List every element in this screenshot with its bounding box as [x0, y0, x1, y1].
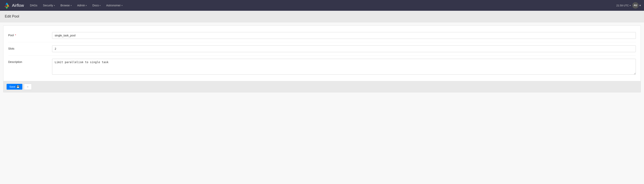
nav-item-admin[interactable]: Admin ▾ [74, 0, 90, 11]
slots-field-group: Slots 2 [8, 42, 636, 56]
save-button[interactable]: Save 💾 [6, 84, 22, 90]
nav-item-browse[interactable]: Browse ▾ [58, 0, 74, 11]
nav-link-astronomer[interactable]: Astronomer ▾ [103, 0, 125, 11]
svg-marker-0 [7, 2, 8, 5]
nav-item-security[interactable]: Security ▾ [40, 0, 58, 11]
svg-marker-6 [7, 7, 8, 9]
form-actions: Save 💾 ← [4, 81, 640, 92]
navbar-right: 21:59 UTC ▾ AU ▾ [616, 2, 641, 8]
user-avatar[interactable]: AU [632, 2, 638, 8]
description-field-group: Description Limit parallelism to single … [8, 56, 636, 78]
astronomer-caret-icon: ▾ [122, 4, 122, 6]
nav-link-security[interactable]: Security ▾ [40, 0, 58, 11]
page-wrapper: Edit Pool Pool * single_task_pool Slots … [0, 11, 644, 184]
nav-item-docs[interactable]: Docs ▾ [90, 0, 103, 11]
content-card: Pool * single_task_pool Slots 2 Descript… [3, 25, 641, 92]
nav-item-astronomer[interactable]: Astronomer ▾ [103, 0, 125, 11]
slots-label: Slots [8, 45, 52, 50]
nav-link-docs[interactable]: Docs ▾ [90, 0, 103, 11]
back-button[interactable]: ← [24, 84, 32, 90]
time-caret-icon: ▾ [630, 4, 631, 6]
svg-marker-3 [4, 4, 7, 7]
svg-marker-1 [6, 2, 7, 5]
brand-link[interactable]: Airflow [3, 2, 24, 9]
airflow-logo-icon [3, 2, 10, 9]
pool-label: Pool * [8, 32, 52, 37]
security-caret-icon: ▾ [54, 4, 55, 6]
nav-link-dags[interactable]: DAGs [27, 0, 40, 11]
save-icon: 💾 [16, 85, 20, 88]
browse-caret-icon: ▾ [70, 4, 72, 6]
nav-link-browse[interactable]: Browse ▾ [58, 0, 74, 11]
user-dropdown[interactable]: AU ▾ [632, 2, 641, 8]
required-indicator: * [15, 34, 16, 37]
brand-name: Airflow [12, 3, 24, 8]
description-textarea[interactable]: Limit parallelism to single task [52, 59, 636, 75]
slots-input[interactable]: 2 [52, 45, 636, 52]
navbar: Airflow DAGs Security ▾ Browse ▾ Admin ▾ [0, 0, 644, 11]
nav-link-admin[interactable]: Admin ▾ [74, 0, 90, 11]
admin-caret-icon: ▾ [86, 4, 87, 6]
user-caret-icon: ▾ [640, 4, 641, 7]
form-area: Pool * single_task_pool Slots 2 Descript… [4, 26, 640, 81]
time-display[interactable]: 21:59 UTC ▾ [616, 4, 631, 7]
nav-links: DAGs Security ▾ Browse ▾ Admin ▾ Docs ▾ [27, 0, 616, 11]
page-header: Edit Pool [0, 11, 644, 22]
page-title: Edit Pool [5, 14, 639, 18]
docs-caret-icon: ▾ [100, 4, 100, 6]
pool-input[interactable]: single_task_pool [52, 32, 636, 39]
svg-marker-7 [6, 7, 7, 9]
nav-item-dags[interactable]: DAGs [27, 0, 40, 11]
pool-field-group: Pool * single_task_pool [8, 29, 636, 42]
description-label: Description [8, 59, 52, 63]
